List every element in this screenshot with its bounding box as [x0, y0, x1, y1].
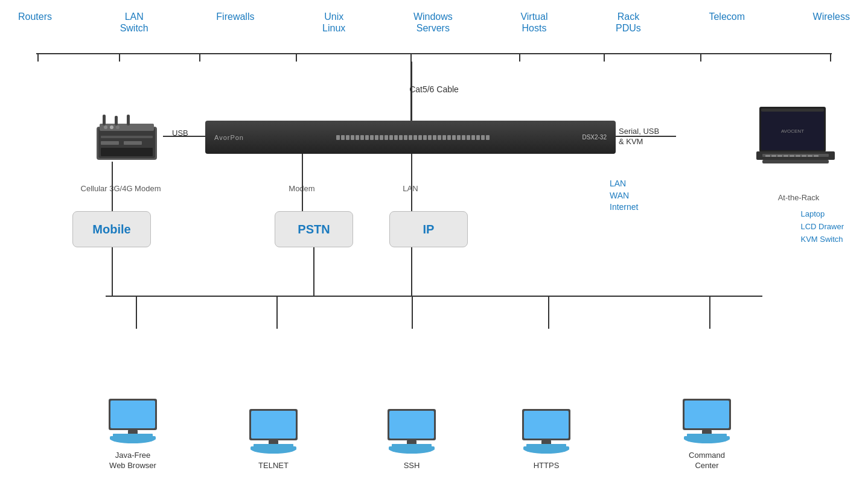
- computer-ssh: SSH: [385, 409, 439, 471]
- label-wireless: Wireless: [813, 11, 850, 34]
- svg-rect-12: [101, 148, 153, 156]
- top-labels-row: Routers LAN Switch Firewalls Unix Linux …: [0, 0, 868, 34]
- tick-unix-linux: [296, 53, 297, 62]
- computer-https: HTTPS: [519, 409, 573, 471]
- svg-rect-25: [808, 155, 812, 157]
- ssh-label: SSH: [404, 461, 420, 471]
- svg-rect-9: [101, 136, 153, 138]
- diagram: Routers LAN Switch Firewalls Unix Linux …: [0, 0, 868, 488]
- cat56-label: Cat5/6 Cable: [409, 84, 459, 94]
- ip-box: IP: [389, 211, 468, 247]
- label-lan-switch: LAN Switch: [120, 11, 148, 34]
- at-rack-lcd: LCD Drawer: [800, 221, 844, 233]
- tick-firewalls: [199, 53, 200, 62]
- svg-rect-26: [814, 155, 819, 157]
- computer-command: Command Center: [680, 399, 734, 471]
- serial-label: Serial, USB & KVM: [619, 127, 659, 147]
- tick-wireless: [830, 53, 831, 62]
- ip-label: IP: [423, 223, 435, 236]
- vline-ip-down: [411, 247, 412, 297]
- vline-ssh: [412, 296, 413, 329]
- vline-cellular-down: [112, 162, 113, 211]
- svg-rect-30: [110, 401, 155, 428]
- mobile-box: Mobile: [72, 211, 151, 247]
- mobile-label: Mobile: [92, 223, 130, 236]
- label-rack-pdus: Rack PDUs: [616, 11, 641, 34]
- tick-routers: [37, 53, 39, 62]
- device-model: DSX2-32: [582, 134, 607, 141]
- label-virtual-hosts: Virtual Hosts: [520, 11, 547, 34]
- vline-cat56: [411, 62, 412, 121]
- svg-point-63: [719, 434, 727, 440]
- svg-point-4: [110, 125, 113, 129]
- rack-laptop-device: AVOCENT: [756, 106, 835, 168]
- lan-label: LAN: [392, 184, 429, 193]
- svg-rect-2: [100, 124, 154, 131]
- device-ports: [336, 135, 490, 140]
- svg-rect-20: [777, 155, 782, 157]
- label-unix-linux: Unix Linux: [322, 11, 345, 34]
- svg-rect-11: [124, 141, 142, 145]
- svg-rect-21: [783, 155, 788, 157]
- bottom-horizontal-line: [106, 296, 762, 297]
- svg-rect-19: [771, 155, 776, 157]
- svg-text:AVOCENT: AVOCENT: [781, 128, 804, 134]
- svg-rect-23: [796, 155, 800, 157]
- vline-https: [548, 296, 549, 329]
- svg-rect-7: [115, 116, 118, 125]
- svg-rect-15: [761, 109, 824, 112]
- telnet-label: TELNET: [258, 461, 289, 471]
- svg-point-35: [145, 434, 153, 440]
- svg-rect-58: [685, 401, 729, 428]
- usb-label: USB: [172, 128, 188, 138]
- at-rack-kvm: KVM Switch: [800, 233, 844, 246]
- vline-command: [709, 296, 710, 329]
- vline-mobile-down: [112, 247, 113, 297]
- at-rack-label: At-the-Rack: [762, 193, 835, 202]
- svg-rect-6: [103, 115, 106, 125]
- tick-rack-pdus: [604, 53, 605, 62]
- svg-point-3: [104, 125, 107, 129]
- pstn-box: PSTN: [275, 211, 353, 247]
- label-routers: Routers: [18, 11, 52, 34]
- computer-java: Java-Free Web Browser: [106, 399, 160, 471]
- svg-point-56: [558, 445, 567, 451]
- vline-lan-down: [411, 154, 412, 211]
- pstn-label: PSTN: [298, 223, 330, 236]
- tick-telecom: [700, 53, 701, 62]
- main-device: AvorPon DSX2-32: [205, 121, 616, 154]
- label-windows-servers: Windows Servers: [413, 11, 453, 34]
- top-horizontal-line: [36, 53, 832, 54]
- at-rack-sub-labels: Laptop LCD Drawer KVM Switch: [800, 208, 844, 246]
- https-label: HTTPS: [534, 461, 560, 471]
- svg-rect-8: [127, 115, 130, 125]
- cellular-modem-device: [94, 115, 160, 165]
- computer-telnet: TELNET: [246, 409, 301, 471]
- svg-rect-24: [802, 155, 806, 157]
- java-label: Java-Free Web Browser: [109, 451, 156, 471]
- svg-rect-37: [251, 411, 296, 439]
- vline-java: [136, 296, 137, 329]
- svg-rect-18: [765, 155, 770, 157]
- svg-rect-51: [524, 411, 569, 439]
- svg-rect-44: [389, 411, 434, 439]
- svg-point-49: [424, 445, 432, 451]
- svg-rect-22: [790, 155, 794, 157]
- tick-virtual-hosts: [519, 53, 520, 62]
- svg-rect-10: [101, 141, 119, 145]
- vline-telnet: [276, 296, 278, 329]
- lan-wan-internet-label: LAN WAN Internet: [610, 178, 638, 214]
- label-telecom: Telecom: [709, 11, 745, 34]
- vline-modem-down: [302, 154, 303, 211]
- svg-point-42: [286, 445, 294, 451]
- cellular-label: Cellular 3G/4G Modem: [72, 184, 169, 193]
- command-center-label: Command Center: [689, 451, 725, 471]
- vline-pstn-down: [313, 247, 314, 297]
- at-rack-laptop: Laptop: [800, 208, 844, 221]
- label-firewalls: Firewalls: [216, 11, 254, 34]
- svg-point-5: [116, 125, 120, 129]
- tick-lan-switch: [119, 53, 120, 62]
- svg-rect-27: [762, 160, 829, 163]
- device-brand: AvorPon: [214, 134, 244, 141]
